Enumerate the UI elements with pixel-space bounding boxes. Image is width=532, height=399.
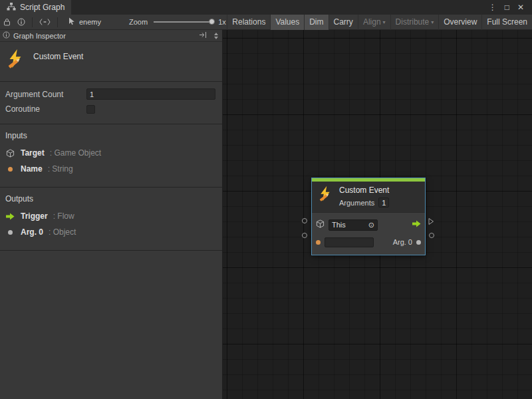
node-body: This ⊙ Arg. 0 [312, 212, 425, 255]
arg0-output-port[interactable] [429, 233, 434, 238]
inputs-title: Inputs [5, 131, 217, 140]
argument-count-label: Argument Count [5, 90, 86, 99]
chevron-down-icon: ▾ [383, 19, 386, 25]
lock-icon[interactable] [0, 15, 14, 30]
toolbar-buttons: Relations Values Dim Carry Align ▾ Distr… [227, 15, 532, 30]
carry-button[interactable]: Carry [329, 15, 358, 30]
string-port-icon [5, 167, 15, 172]
dock-panel-icon[interactable] [199, 31, 207, 40]
script-graph-window: Script Graph ⋮ □ ✕ [0, 0, 532, 399]
window-controls: ⋮ □ ✕ [485, 0, 532, 15]
toolbar-separator [32, 17, 33, 27]
graph-canvas[interactable]: Custom Event Arguments 1 [223, 30, 532, 399]
fullscreen-button[interactable]: Full Screen [481, 15, 532, 30]
custom-event-node[interactable]: Custom Event Arguments 1 [311, 178, 426, 255]
zoom-slider-handle[interactable] [209, 19, 215, 25]
node-header: Custom Event Arguments 1 [312, 182, 425, 212]
tab-label: Script Graph [20, 3, 65, 12]
chevron-down-icon: ▾ [431, 19, 434, 25]
object-picker-icon[interactable]: ⊙ [368, 221, 374, 229]
scroll-up-icon[interactable] [214, 33, 218, 35]
custom-event-icon [317, 186, 333, 203]
window-menu-icon[interactable]: ⋮ [485, 0, 501, 15]
window-close-icon[interactable]: ✕ [513, 0, 528, 15]
info-toggle-icon[interactable] [14, 15, 29, 30]
name-port-row: Arg. 0 [316, 236, 421, 248]
window-maximize-icon[interactable]: □ [501, 0, 513, 15]
graph-inspector-panel: Graph Inspector [0, 30, 223, 399]
object-port-icon [5, 230, 15, 235]
distribute-dropdown-button[interactable]: Distribute ▾ [390, 15, 439, 30]
dim-button[interactable]: Dim [304, 15, 328, 30]
outputs-section: Outputs Trigger : Flow Arg. 0 : Object [0, 188, 222, 251]
unit-header: Custom Event [0, 42, 222, 82]
overview-button[interactable]: Overview [438, 15, 481, 30]
node-titles: Custom Event Arguments 1 [339, 186, 389, 207]
info-icon [3, 31, 10, 40]
zoom-label: Zoom [129, 18, 148, 26]
code-preview-icon[interactable] [36, 15, 54, 30]
node-title: Custom Event [339, 186, 389, 195]
target-input-port[interactable] [302, 218, 307, 223]
event-name-input[interactable] [325, 237, 374, 247]
values-button[interactable]: Values [270, 15, 304, 30]
inspector-header: Graph Inspector [0, 30, 222, 42]
name-input-port[interactable] [302, 233, 307, 238]
toolbar-separator [57, 17, 58, 27]
zoom-value: 1x [218, 18, 226, 26]
target-object-dropdown[interactable]: This ⊙ [329, 219, 378, 231]
graph-toolbar: enemy Zoom 1x Relations Values Dim Carry… [0, 15, 532, 30]
unit-title: Custom Event [33, 52, 83, 61]
input-target-row: Target : Game Object [5, 148, 217, 158]
input-name-row: Name : String [5, 164, 217, 174]
pointer-icon [68, 17, 76, 27]
panel-scroll-spinner[interactable] [214, 33, 218, 39]
outputs-title: Outputs [5, 194, 217, 203]
graph-name-label: enemy [79, 18, 101, 26]
coroutine-checkbox[interactable] [86, 105, 95, 114]
flow-arrow-icon [5, 213, 15, 220]
zoom-control: Zoom 1x [129, 18, 226, 26]
cube-icon [316, 219, 325, 230]
target-port-row: This ⊙ [316, 219, 421, 231]
scroll-down-icon[interactable] [214, 37, 218, 39]
arguments-count-field[interactable]: 1 [378, 198, 389, 207]
inspector-title: Graph Inspector [13, 32, 66, 40]
output-trigger-row: Trigger : Flow [5, 211, 217, 221]
align-dropdown-button[interactable]: Align ▾ [358, 15, 390, 30]
zoom-slider[interactable] [154, 21, 212, 23]
graph-selector[interactable]: enemy [68, 17, 101, 27]
relations-button[interactable]: Relations [227, 15, 270, 30]
coroutine-row: Coroutine [5, 104, 215, 114]
argument-count-input[interactable] [86, 88, 215, 100]
tab-script-graph[interactable]: Script Graph [0, 0, 71, 15]
arg0-label: Arg. 0 [393, 238, 412, 246]
output-arg0-row: Arg. 0 : Object [5, 227, 217, 237]
custom-event-icon [5, 49, 25, 70]
arguments-label: Arguments [339, 199, 374, 207]
cube-icon [5, 149, 15, 158]
object-port-icon [416, 240, 421, 245]
unit-settings: Argument Count Coroutine [0, 82, 222, 124]
inputs-section: Inputs Target : Game Object Name : Strin… [0, 124, 222, 188]
coroutine-label: Coroutine [5, 104, 86, 114]
string-port-icon [316, 240, 321, 245]
argument-count-row: Argument Count [5, 88, 215, 100]
flow-arrow-icon [412, 220, 421, 229]
script-graph-icon [7, 3, 16, 13]
trigger-output-port[interactable] [428, 217, 434, 227]
window-tab-bar: Script Graph ⋮ □ ✕ [0, 0, 532, 15]
